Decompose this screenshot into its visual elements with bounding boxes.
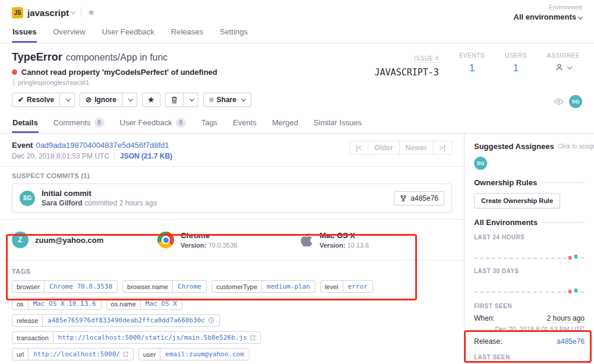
ignore-button[interactable]: ⊘Ignore: [80, 93, 122, 107]
eye-icon[interactable]: [554, 98, 564, 105]
tag-value-link[interactable]: email:zuum@yahoo.com: [160, 349, 248, 360]
last-24-hours-label: LAST 24 HOURS: [474, 234, 584, 240]
tag-url: urlhttp://localhost:5000/: [12, 348, 134, 360]
tag-key: level: [321, 281, 343, 292]
suggested-assignees-hint: Click to assign: [558, 143, 594, 150]
tab-releases[interactable]: Releases: [170, 24, 204, 43]
user-feedback-count-badge: 0: [176, 118, 186, 128]
tag-value-link[interactable]: http://localhost:5000/: [28, 349, 133, 360]
commit-card: SG Initial commit Sara Gilford committed…: [12, 183, 452, 213]
event-json-link[interactable]: JSON (21.7 KB): [114, 152, 172, 160]
tab-events[interactable]: Events: [232, 113, 257, 133]
tab-issues[interactable]: Issues: [12, 24, 37, 43]
tag-value-link[interactable]: Chrome 70.0.3538: [44, 281, 117, 292]
tab-overview[interactable]: Overview: [52, 24, 86, 43]
commit-title: Initial commit: [42, 189, 157, 198]
event-id-link[interactable]: 0ad9ada198704004837e5d456f7d8fd1: [36, 141, 169, 150]
share-button[interactable]: Share: [203, 93, 251, 107]
tag-value-link[interactable]: a485e765976df833490deab2ffca0dd7a660b30c: [42, 315, 219, 326]
user-avatar: Z: [12, 232, 29, 248]
tag-row: urlhttp://localhost:5000/ useremail:zuum…: [12, 348, 452, 360]
oldest-event-button[interactable]: |<: [349, 141, 368, 155]
tab-user-feedback[interactable]: User Feedback: [102, 24, 155, 43]
create-ownership-rule-button[interactable]: Create Ownership Rule: [474, 193, 560, 208]
user-email: zuum@yahoo.com: [35, 236, 103, 245]
tab-tags[interactable]: Tags: [201, 113, 218, 133]
environment-selector[interactable]: Environment All environments: [514, 4, 582, 21]
release-label: Release:: [474, 337, 502, 346]
tag-value-link[interactable]: Mac OS X 10.13.6: [28, 298, 101, 309]
top-nav: JS javascript ★ Environment All environm…: [0, 0, 594, 43]
tab-comments[interactable]: Comments0: [53, 113, 105, 133]
chevron-down-icon: [128, 96, 133, 101]
suspect-commits-heading: SUSPECT COMMITS (1): [12, 172, 452, 179]
latest-event-button[interactable]: >|: [434, 141, 452, 155]
tags-section: TAGS browserChrome 70.0.3538 browser.nam…: [0, 261, 464, 364]
first-seen-relative: 2 hours ago: [547, 314, 584, 323]
issue-sidebar: Suggested AssigneesClick to assign SG Ow…: [464, 134, 594, 364]
tag-value-link[interactable]: Chrome: [172, 281, 206, 292]
events-count-link[interactable]: 1: [459, 63, 485, 74]
tag-value-link[interactable]: Mac OS X: [140, 298, 182, 309]
tag-key: browser.name: [123, 281, 172, 292]
delete-dropdown-button[interactable]: [184, 93, 198, 107]
tab-details[interactable]: Details: [12, 113, 39, 133]
first-seen-release-link[interactable]: a485e76: [557, 337, 584, 346]
chevron-down-icon: [578, 14, 583, 19]
issue-title: TypeError: [12, 51, 62, 63]
issue-toolbar: ✔Resolve ⊘Ignore ★ Share: [12, 93, 375, 107]
users-count-link[interactable]: 1: [505, 63, 527, 74]
skip-last-icon: >|: [440, 144, 446, 152]
commit-author: Sara Gilford: [42, 199, 83, 207]
sentry-issue-page: JS javascript ★ Environment All environm…: [0, 0, 594, 364]
browser-version: 70.0.3538: [208, 242, 237, 249]
suggested-assignees-heading: Suggested Assignees: [474, 142, 554, 151]
tag-os: osMac OS X 10.13.6: [12, 297, 102, 310]
older-event-button[interactable]: Older: [368, 141, 399, 155]
bookmark-star-icon[interactable]: ★: [87, 7, 95, 18]
issue-subtitle: components/App in func: [66, 52, 168, 62]
newer-event-button[interactable]: Newer: [400, 141, 434, 155]
issue-annotation-link[interactable]: pringlesprongles/react#1: [13, 79, 375, 86]
first-seen-heading: FIRST SEEN: [474, 303, 584, 309]
tab-settings[interactable]: Settings: [219, 24, 248, 43]
context-user: Z zuum@yahoo.com: [12, 231, 157, 249]
ownership-rules-heading: Ownership Rules: [474, 178, 537, 187]
ignore-dropdown-button[interactable]: [122, 93, 137, 107]
participant-avatar[interactable]: SG: [569, 95, 582, 108]
tag-value-link[interactable]: http://localhost:5000/static/js/main.5b8…: [53, 332, 260, 343]
assignee-dropdown[interactable]: [547, 63, 580, 72]
events-label: EVENTS: [459, 52, 485, 59]
chevron-down-icon: [66, 96, 71, 101]
tab-merged[interactable]: Merged: [271, 113, 299, 133]
context-os: Mac OS X Version: 10.13.6: [300, 231, 369, 249]
sparkline-transaction-bar: [574, 289, 577, 292]
tag-browser: browserChrome 70.0.3538: [12, 280, 118, 293]
suspect-commits-section: SUSPECT COMMITS (1) SG Initial commit Sa…: [0, 167, 464, 220]
all-environments-heading: All Environments: [474, 218, 538, 227]
resolve-dropdown-button[interactable]: [60, 93, 75, 107]
external-link-icon: [250, 335, 255, 340]
commit-sha-button[interactable]: a485e76: [394, 191, 444, 205]
resolve-button[interactable]: ✔Resolve: [12, 93, 60, 107]
tag-key: release: [12, 315, 42, 326]
tag-transaction: transactionhttp://localhost:5000/static/…: [12, 331, 261, 344]
tab-user-feedback-detail[interactable]: User Feedback0: [119, 113, 187, 133]
delete-button[interactable]: [165, 93, 184, 107]
tag-value-link[interactable]: error: [343, 281, 372, 292]
environment-value[interactable]: All environments: [514, 12, 582, 21]
star-button[interactable]: ★: [142, 93, 160, 107]
commit-author-avatar: SG: [20, 191, 35, 206]
project-name[interactable]: javascript: [27, 8, 69, 18]
chevron-down-icon[interactable]: [71, 9, 75, 14]
sparkline-error-bar: [568, 290, 571, 293]
tab-similar-issues[interactable]: Similar Issues: [313, 113, 362, 133]
issue-stats: ISSUE # JAVASCRIPT-3 EVENTS 1 USERS 1 AS…: [375, 52, 580, 107]
last-seen-heading: LAST SEEN: [474, 354, 584, 360]
event-context-section: Z zuum@yahoo.com Chrome Version: 70.0.35…: [0, 220, 464, 261]
event-label: Event: [12, 141, 33, 150]
tag-key: url: [12, 349, 28, 360]
tag-value-link[interactable]: medium-plan: [261, 281, 315, 292]
suggested-assignee-avatar[interactable]: SG: [474, 157, 487, 170]
tag-browser-name: browser.nameChrome: [122, 280, 207, 293]
